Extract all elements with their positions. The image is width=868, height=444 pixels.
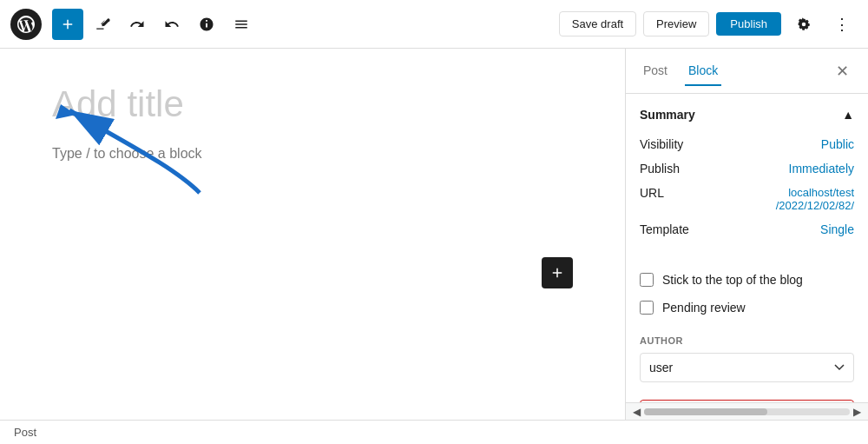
redo-button[interactable] xyxy=(156,9,187,40)
list-view-button[interactable] xyxy=(226,9,257,40)
wordpress-logo[interactable] xyxy=(10,9,42,40)
redo-icon xyxy=(164,17,180,32)
add-block-inline-button[interactable] xyxy=(542,257,573,288)
status-text: Post xyxy=(14,426,36,439)
scrollbar-thumb xyxy=(644,408,767,415)
more-options-button[interactable]: ⋮ xyxy=(826,9,858,40)
sidebar-header: Post Block ✕ xyxy=(626,49,868,94)
publish-row: Publish Immediately xyxy=(640,156,854,181)
pending-review-label[interactable]: Pending review xyxy=(662,301,746,315)
visibility-value[interactable]: Public xyxy=(821,137,854,151)
editor-title[interactable]: Add title xyxy=(52,83,573,125)
plus-inline-icon xyxy=(549,265,565,281)
edit-icon xyxy=(95,17,110,32)
summary-rows: Visibility Public Publish Immediately UR… xyxy=(640,125,854,249)
template-value[interactable]: Single xyxy=(820,222,854,236)
visibility-row: Visibility Public xyxy=(640,132,854,156)
checkboxes-section: Stick to the top of the blog Pending rev… xyxy=(626,259,868,328)
plus-icon xyxy=(60,17,76,32)
publish-value[interactable]: Immediately xyxy=(789,162,854,176)
toolbar-left xyxy=(10,9,559,40)
sidebar-scrollbar-area: ◀ ▶ xyxy=(626,402,868,420)
undo-button[interactable] xyxy=(122,9,153,40)
list-icon xyxy=(233,17,249,32)
template-label: Template xyxy=(640,222,689,236)
visibility-label: Visibility xyxy=(640,137,683,151)
scroll-left-button[interactable]: ◀ xyxy=(629,406,644,418)
wp-logo-icon xyxy=(17,16,35,33)
author-select[interactable]: user xyxy=(640,353,854,382)
publish-button[interactable]: Publish xyxy=(716,12,781,36)
publish-label: Publish xyxy=(640,162,680,176)
editor-body[interactable]: Type / to choose a block xyxy=(52,146,573,162)
info-button[interactable] xyxy=(191,9,222,40)
editor-area: Add title Type / to choose a block xyxy=(0,49,625,420)
sidebar-close-button[interactable]: ✕ xyxy=(830,59,854,83)
stick-top-checkbox[interactable] xyxy=(640,273,654,287)
settings-button[interactable] xyxy=(788,9,819,40)
summary-collapse-icon: ▲ xyxy=(842,108,854,122)
scroll-right-button[interactable]: ▶ xyxy=(850,406,865,418)
toolbar: Save draft Preview Publish ⋮ xyxy=(0,0,868,49)
summary-section: Summary ▲ Visibility Public Publish Imme… xyxy=(626,94,868,259)
undo-icon xyxy=(129,17,145,32)
pending-review-row: Pending review xyxy=(640,294,854,321)
scrollbar-track[interactable] xyxy=(644,408,850,415)
add-block-button[interactable] xyxy=(52,9,83,40)
info-icon xyxy=(199,17,214,32)
preview-button[interactable]: Preview xyxy=(643,11,709,36)
stick-top-label[interactable]: Stick to the top of the blog xyxy=(662,273,803,287)
tab-block[interactable]: Block xyxy=(685,56,721,86)
tab-post[interactable]: Post xyxy=(640,56,671,86)
url-label: URL xyxy=(640,186,664,200)
pending-review-checkbox[interactable] xyxy=(640,301,654,315)
summary-label: Summary xyxy=(640,108,695,122)
status-bar: Post xyxy=(0,420,868,444)
toolbar-right: Save draft Preview Publish ⋮ xyxy=(559,9,858,40)
url-value[interactable]: localhost/test/2022/12/02/82/ xyxy=(776,186,854,212)
save-draft-button[interactable]: Save draft xyxy=(559,11,636,36)
url-row: URL localhost/test/2022/12/02/82/ xyxy=(640,181,854,217)
sidebar-body: Summary ▲ Visibility Public Publish Imme… xyxy=(626,94,868,402)
author-section-label: AUTHOR xyxy=(640,335,854,346)
author-section: AUTHOR user xyxy=(626,328,868,389)
gear-icon xyxy=(796,17,812,32)
template-row: Template Single xyxy=(640,217,854,242)
summary-header[interactable]: Summary ▲ xyxy=(640,104,854,125)
sidebar: Post Block ✕ Summary ▲ Visibility Public… xyxy=(625,49,868,420)
tools-button[interactable] xyxy=(87,9,118,40)
main-content: Add title Type / to choose a block Post … xyxy=(0,49,868,420)
stick-top-row: Stick to the top of the blog xyxy=(640,266,854,294)
